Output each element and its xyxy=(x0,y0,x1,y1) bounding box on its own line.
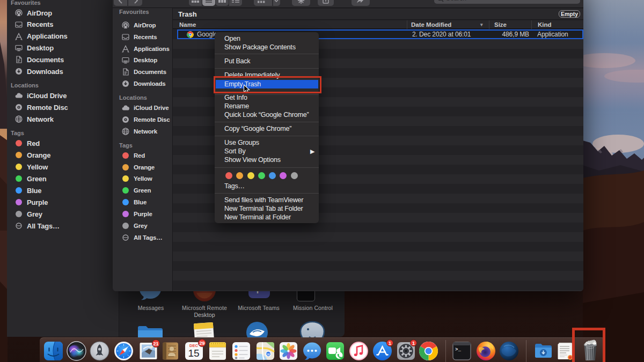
svg-text:280: 280 xyxy=(266,353,270,356)
svg-text:>_: >_ xyxy=(455,347,461,352)
svg-text:15: 15 xyxy=(188,348,199,359)
